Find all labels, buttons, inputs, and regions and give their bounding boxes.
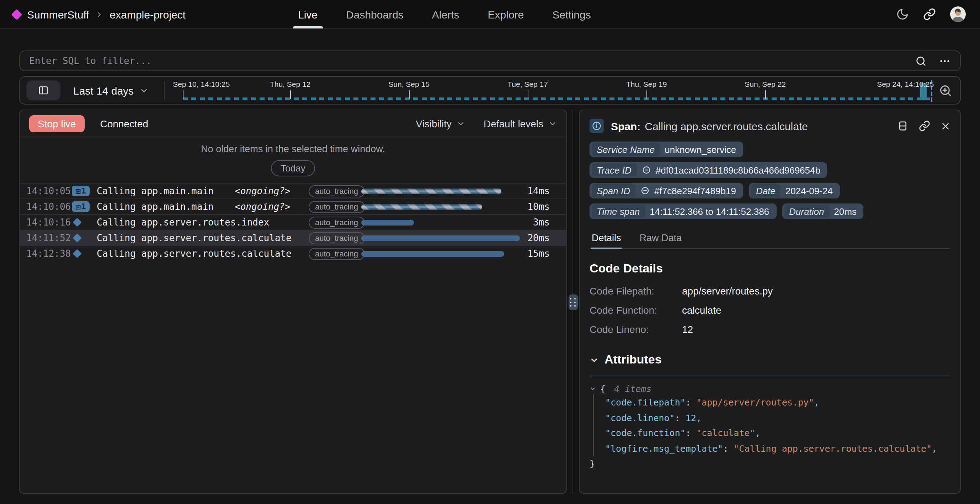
json-root-toggle[interactable]: { 4 items bbox=[590, 383, 950, 394]
span-detail-header: Span:Calling app.server.routes.calculate bbox=[590, 119, 950, 133]
expand-children-toggle[interactable]: ⊞1 bbox=[72, 201, 90, 212]
sql-filter-input[interactable] bbox=[29, 56, 915, 66]
attributes-section-toggle[interactable]: Attributes bbox=[590, 353, 950, 367]
json-body: "code.filepath": "app/server/routes.py",… bbox=[593, 394, 950, 456]
org-name[interactable]: SummerStuff bbox=[27, 8, 89, 20]
duration-value: 3ms bbox=[533, 215, 550, 230]
tag-pill: auto_tracing bbox=[309, 185, 364, 197]
trace-row[interactable]: 14:10:06⊞1Calling app.main.main<ongoing?… bbox=[20, 198, 566, 214]
badge-link-icon[interactable] bbox=[642, 166, 651, 174]
badge-value: #df01acad0311189c8b66a466d969654b bbox=[656, 165, 820, 175]
ongoing-indicator: <ongoing?> bbox=[235, 183, 291, 198]
trace-timestamp: 14:10:05 bbox=[26, 183, 71, 198]
tab-alerts[interactable]: Alerts bbox=[432, 0, 460, 29]
timeline-tick-label: Tue, Sep 17 bbox=[508, 80, 548, 88]
code-details-heading: Code Details bbox=[590, 262, 950, 276]
json-open-brace: { bbox=[600, 383, 606, 394]
trace-row-icon-wrap: ⊞1 bbox=[72, 199, 90, 214]
tab-dashboards[interactable]: Dashboards bbox=[346, 0, 404, 29]
search-icon[interactable] bbox=[915, 55, 927, 67]
duration-bar bbox=[361, 251, 504, 257]
tab-live[interactable]: Live bbox=[298, 0, 318, 29]
tab-settings[interactable]: Settings bbox=[552, 0, 591, 29]
tab-explore[interactable]: Explore bbox=[488, 0, 524, 29]
detail-tab-details[interactable]: Details bbox=[591, 229, 622, 248]
json-attribute-line: "logfire.msg_template": "Calling app.ser… bbox=[605, 441, 950, 456]
json-attribute-line: "code.lineno": 12, bbox=[605, 410, 950, 426]
time-range-label: Last 14 days bbox=[73, 84, 134, 96]
panel-drag-handle-icon[interactable] bbox=[568, 295, 578, 310]
user-avatar[interactable] bbox=[950, 6, 966, 22]
stop-live-button[interactable]: Stop live bbox=[29, 115, 84, 132]
live-panel-header: Stop live Connected Visibility Default l… bbox=[20, 110, 566, 137]
badge-value: unknown_service bbox=[665, 144, 736, 155]
timeline-histogram[interactable]: Sep 10, 14:10:25Thu, Sep 12Sun, Sep 15Tu… bbox=[165, 77, 936, 104]
top-nav: SummerStuff example-project LiveDashboar… bbox=[0, 0, 980, 29]
empty-notice: No older items in the selected time wind… bbox=[20, 137, 566, 155]
trace-row[interactable]: 14:12:38Calling app.server.routes.calcul… bbox=[20, 246, 566, 261]
json-segment: , bbox=[932, 443, 937, 453]
metadata-badge-date: Date2024-09-24 bbox=[749, 183, 840, 198]
json-segment: "Calling app.server.routes.calculate" bbox=[733, 443, 932, 453]
badge-label: Trace ID bbox=[592, 164, 636, 176]
info-icon bbox=[590, 119, 604, 133]
trace-timestamp: 14:11:52 bbox=[26, 230, 71, 246]
project-name[interactable]: example-project bbox=[110, 8, 186, 20]
span-message: Calling app.server.routes.index bbox=[97, 215, 269, 230]
more-options-ellipsis-icon[interactable] bbox=[939, 55, 951, 67]
today-button[interactable]: Today bbox=[270, 160, 315, 176]
badge-label: Service Name bbox=[592, 143, 660, 156]
code-detail-value: app/server/routes.py bbox=[682, 285, 773, 297]
timeline-tick-mark bbox=[409, 90, 410, 99]
main-content: Last 14 days Sep 10, 14:10:25Thu, Sep 12… bbox=[0, 51, 980, 494]
trace-timestamp: 14:12:38 bbox=[26, 246, 71, 261]
badge-row: Span ID#f7c8e294f7489b19Date2024-09-24 bbox=[590, 183, 950, 198]
default-levels-dropdown[interactable]: Default levels bbox=[484, 118, 557, 129]
metadata-badge-span-id: Span ID#f7c8e294f7489b19 bbox=[590, 183, 743, 198]
time-range-bar: Last 14 days Sep 10, 14:10:25Thu, Sep 12… bbox=[19, 76, 961, 105]
trace-row[interactable]: 14:11:52Calling app.server.routes.calcul… bbox=[20, 230, 566, 246]
trace-row[interactable]: 14:10:16Calling app.server.routes.indexa… bbox=[20, 214, 566, 230]
trace-rows: 14:10:05⊞1Calling app.main.main<ongoing?… bbox=[20, 183, 566, 261]
live-trace-panel: Stop live Connected Visibility Default l… bbox=[19, 110, 567, 494]
duration-bar bbox=[361, 220, 414, 225]
tag-pill: auto_tracing bbox=[309, 247, 364, 260]
badge-label: Time span bbox=[592, 205, 645, 218]
timeline-tick-mark bbox=[528, 90, 528, 99]
sidebar-toggle-icon[interactable] bbox=[26, 80, 60, 100]
code-details-table: Code Filepath:app/server/routes.pyCode F… bbox=[590, 285, 950, 335]
expand-children-toggle[interactable]: ⊞1 bbox=[72, 186, 90, 196]
badge-label: Date bbox=[751, 184, 781, 197]
live-panel-dropdowns: Visibility Default levels bbox=[416, 118, 557, 129]
trace-row[interactable]: 14:10:05⊞1Calling app.main.main<ongoing?… bbox=[20, 183, 566, 198]
metadata-badge-time-span: Time span14:11:52.366 to 14:11:52.386 bbox=[590, 203, 776, 219]
badge-row: Trace ID#df01acad0311189c8b66a466d969654… bbox=[590, 162, 950, 178]
logfire-logo-icon bbox=[11, 8, 22, 19]
attributes-heading: Attributes bbox=[605, 353, 662, 367]
tag-pill: auto_tracing bbox=[309, 201, 364, 213]
json-segment: "code.filepath" bbox=[605, 397, 686, 408]
close-icon[interactable] bbox=[941, 121, 950, 131]
code-detail-key: Code Lineno: bbox=[590, 324, 682, 335]
timeline-activity-strip bbox=[183, 97, 932, 100]
dock-panel-icon[interactable] bbox=[897, 120, 908, 132]
duration-value: 20ms bbox=[527, 230, 550, 246]
detail-tab-raw-data[interactable]: Raw Data bbox=[639, 229, 683, 248]
badge-link-icon[interactable] bbox=[641, 187, 649, 195]
visibility-dropdown[interactable]: Visibility bbox=[416, 118, 465, 129]
copy-span-link-icon[interactable] bbox=[919, 120, 930, 132]
copy-link-icon[interactable] bbox=[923, 8, 936, 21]
json-segment: "logfire.msg_template" bbox=[605, 443, 723, 453]
trace-row-icon-wrap bbox=[72, 230, 80, 246]
timeline-tick-label: Sun, Sep 22 bbox=[745, 80, 786, 88]
time-range-dropdown[interactable]: Last 14 days bbox=[73, 84, 149, 96]
code-detail-row: Code Lineno:12 bbox=[590, 324, 950, 335]
panel-resize-divider[interactable] bbox=[567, 110, 579, 494]
breadcrumb-chevron-icon bbox=[95, 10, 103, 18]
squared-plus-icon: ⊞ bbox=[75, 203, 80, 211]
dark-mode-toggle-moon-icon[interactable] bbox=[896, 8, 909, 21]
span-title: Span:Calling app.server.routes.calculate bbox=[611, 120, 808, 132]
badge-value: 20ms bbox=[834, 206, 857, 217]
detail-tabs: DetailsRaw Data bbox=[590, 229, 950, 249]
zoom-in-icon[interactable] bbox=[939, 84, 952, 97]
